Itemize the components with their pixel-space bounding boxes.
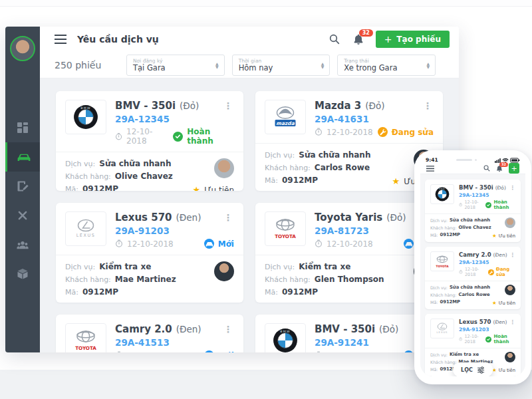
car-name: BMV - 350i	[315, 323, 375, 335]
car-status-icon	[204, 350, 214, 352]
card-menu-icon[interactable]: ⋮	[222, 325, 234, 334]
sidebar-item-inventory[interactable]	[5, 259, 40, 289]
customer-value: Carlos Rowe	[315, 162, 370, 174]
toyota-logo	[65, 323, 106, 352]
spinner-arrows-icon[interactable]: ▲▼	[321, 62, 325, 68]
customer-avatar[interactable]	[505, 352, 515, 362]
service-value: Kiểm tra xe	[450, 351, 479, 358]
card-menu-icon[interactable]: ⋮	[510, 186, 515, 191]
service-label: Dịch vụ:	[65, 158, 95, 170]
customer-label: Khách hàng:	[65, 273, 111, 286]
status-label: Hoàn thành	[187, 127, 234, 146]
phone-mockup: 9:41 32 +	[414, 150, 531, 384]
card-grid: BMV - 350i (Đỏ) ⋮ 29A-12345 12-10-2018 H…	[40, 78, 459, 352]
page-title: Yêu cầu dịch vụ	[77, 34, 159, 45]
priority-flag: ★Ưu tiên	[492, 233, 515, 239]
service-value: Kiểm tra xe	[299, 261, 350, 273]
customer-avatar[interactable]	[505, 285, 515, 295]
phone-card-list: BMV - 350i (Đỏ) ⋮ 29A-12345 12-10-2018 H…	[420, 174, 525, 376]
customer-value: Mae Martinez	[115, 273, 176, 286]
service-card[interactable]: Camry 2.0 (Đen) ⋮ 29A-12345 12-10-2018 Đ…	[425, 247, 521, 309]
status-badge: Mới	[204, 350, 234, 352]
license-plate-link[interactable]: 29A-41631	[315, 114, 434, 124]
status-label: Hoàn thành	[493, 200, 515, 210]
service-card[interactable]: BMV - 350i (Đỏ) ⋮ 29A-12345 12-10-2018 H…	[425, 180, 521, 242]
notifications-button[interactable]: 32	[353, 34, 364, 45]
bmw-logo	[65, 100, 106, 134]
car-color-note: (Đen)	[493, 252, 507, 258]
wrench-icon	[378, 127, 388, 137]
dashboard-grid-icon	[17, 122, 29, 134]
license-plate-link[interactable]: 29A-91203	[115, 225, 234, 236]
sidebar-item-work-orders[interactable]	[5, 172, 40, 201]
create-ticket-button[interactable]: + Tạo phiếu	[376, 31, 450, 48]
search-button[interactable]	[483, 165, 490, 172]
car-name: Toyota Yaris	[315, 211, 382, 223]
customer-avatar[interactable]	[214, 261, 234, 281]
car-icon	[17, 152, 31, 162]
service-label: Dịch vụ:	[430, 351, 448, 358]
license-plate-link[interactable]: 29A-41513	[115, 337, 234, 348]
card-menu-icon[interactable]: ⋮	[422, 101, 434, 110]
check-icon	[485, 336, 491, 342]
customer-label: Khách hàng:	[430, 291, 456, 299]
sidebar-item-tools[interactable]	[5, 201, 40, 230]
car-color-note: (Đen)	[176, 212, 201, 223]
card-menu-icon[interactable]: ⋮	[510, 320, 515, 325]
code-value: 0912MP	[82, 183, 118, 191]
card-menu-icon[interactable]: ⋮	[222, 213, 234, 222]
mazda-logo	[265, 100, 306, 134]
car-color-note: (Đỏ)	[180, 100, 199, 111]
phone-earpiece	[438, 159, 495, 161]
customer-label: Khách hàng:	[430, 224, 456, 231]
service-card[interactable]: Camry 2.0 (Đen) ⋮ 29A-41513 12-10-2018 M…	[56, 315, 243, 352]
filter-time[interactable]: Thời gian Hôm nay ▲▼	[232, 55, 331, 76]
sidebar-nav	[5, 113, 40, 289]
spinner-arrows-icon[interactable]: ▲▼	[215, 62, 219, 68]
license-plate-link[interactable]: 29A-12345	[459, 192, 515, 198]
hamburger-menu-icon[interactable]	[55, 35, 66, 44]
create-ticket-button[interactable]: +	[509, 163, 519, 174]
clock-icon	[115, 132, 122, 141]
customer-label: Khách hàng:	[65, 170, 111, 183]
user-avatar[interactable]	[10, 36, 35, 61]
sidebar-item-dashboard[interactable]	[5, 113, 40, 142]
clock-icon	[315, 351, 323, 352]
filter-location[interactable]: Nơi đăng ký Tại Gara ▲▼	[126, 55, 225, 76]
sidebar-item-customers[interactable]	[5, 230, 40, 259]
card-menu-icon[interactable]: ⋮	[510, 253, 515, 258]
filter-status[interactable]: Trạng thái Xe trong Gara ▲▼	[337, 55, 436, 76]
card-date: 12-10-2018	[464, 334, 483, 344]
status-label: Đang sửa	[392, 128, 434, 137]
card-date: 12-10-2018	[327, 239, 373, 249]
sidebar-item-vehicles[interactable]	[5, 142, 40, 172]
notifications-button[interactable]: 32	[496, 165, 503, 172]
license-plate-link[interactable]: 29A-12345	[459, 259, 515, 265]
license-plate-link[interactable]: 29A-12345	[115, 114, 234, 124]
check-icon	[173, 132, 183, 142]
spinner-arrows-icon[interactable]: ▲▼	[426, 62, 430, 68]
car-color-note: (Đen)	[493, 319, 507, 325]
customer-label: Khách hàng:	[265, 273, 311, 286]
customer-avatar[interactable]	[214, 158, 234, 178]
service-value: Sửa chữa nhanh	[450, 284, 490, 291]
wrench-icon	[488, 269, 494, 275]
card-date: 12-10-2018	[127, 239, 174, 249]
plus-icon: +	[384, 35, 392, 44]
code-value: 0912MP	[440, 231, 460, 239]
car-status-icon	[404, 239, 414, 249]
code-label: Mã:	[65, 286, 78, 299]
service-card[interactable]: BMV - 350i (Đỏ) ⋮ 29A-12345 12-10-2018 H…	[56, 91, 243, 191]
service-card[interactable]: Lexus 570 (Đen) ⋮ 29A-91203 12-10-2018 M…	[56, 203, 243, 303]
phone-statusbar: 9:41	[420, 156, 525, 163]
ticket-count: 250 phiếu	[55, 60, 126, 70]
filter-float-button[interactable]: LỌC	[453, 362, 493, 376]
tools-icon	[17, 209, 29, 221]
search-button[interactable]	[329, 34, 340, 45]
work-order-icon	[17, 180, 29, 192]
card-date: 12-10-2018	[465, 267, 486, 277]
license-plate-link[interactable]: 29A-91203	[459, 327, 515, 332]
customer-avatar[interactable]	[505, 217, 515, 228]
card-menu-icon[interactable]: ⋮	[222, 101, 234, 110]
hamburger-menu-icon[interactable]	[426, 166, 434, 172]
